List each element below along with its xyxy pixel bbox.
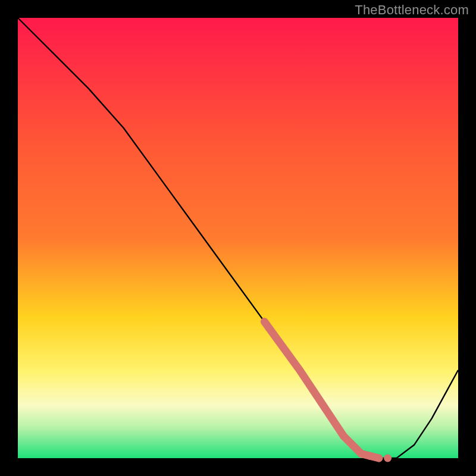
highlight-dot	[340, 433, 347, 440]
highlight-dot	[367, 452, 374, 460]
highlight-dot	[358, 450, 365, 458]
highlight-dot	[375, 455, 383, 462]
chart-stage: TheBottleneck.com	[0, 0, 476, 476]
highlight-dot	[384, 455, 392, 462]
watermark-text: TheBottleneck.com	[355, 2, 469, 18]
bottleneck-chart	[0, 0, 476, 476]
